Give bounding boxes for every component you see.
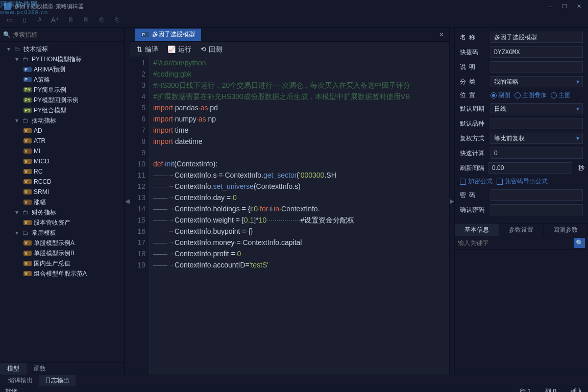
line-gutter: 12345678910111213141516171819: [130, 57, 150, 375]
tree-item[interactable]: VMI: [0, 146, 124, 156]
export-checkbox[interactable]: 凭密码导出公式: [497, 177, 548, 186]
tree-item[interactable]: PYPY组合模型: [0, 105, 124, 115]
tab-function[interactable]: 函数: [27, 363, 53, 375]
refresh-unit: 秒: [578, 164, 584, 173]
log-output-tab[interactable]: 日志输出: [39, 375, 76, 386]
tree-item[interactable]: VAD: [0, 126, 124, 136]
collapse-right-icon[interactable]: ▶: [449, 28, 454, 375]
keyword-search-icon[interactable]: 🔍: [574, 238, 585, 248]
tree-item[interactable]: V股本营收资产: [0, 217, 124, 228]
tree-item[interactable]: V单股模型示例A: [0, 238, 124, 248]
tree-item[interactable]: PYPY模型回测示例: [0, 95, 124, 105]
tree-item[interactable]: PYPY简单示例: [0, 85, 124, 95]
tree-group-python[interactable]: ▾🗀PYTHON模型指标: [0, 54, 124, 64]
tree-group-templates[interactable]: ▾🗀常用模板: [0, 228, 124, 238]
compile-icon: ⇅: [137, 45, 142, 53]
toolbar-icon-6[interactable]: ⎘: [82, 16, 90, 24]
tree-item[interactable]: PA策略: [0, 75, 124, 85]
tree-item[interactable]: V国内生产总值: [0, 258, 124, 268]
tree-group-finance[interactable]: ▾🗀财务指标: [0, 207, 124, 217]
toolbar-icon-7[interactable]: ⎗: [97, 16, 105, 24]
radio-subplot[interactable]: 副图: [491, 91, 510, 100]
position-label: 位置: [460, 91, 486, 100]
status-line: 行 1: [520, 387, 531, 392]
tab-backtest-params[interactable]: 回测参数: [544, 224, 588, 236]
maximize-button[interactable]: ☐: [559, 2, 570, 10]
quick-input[interactable]: [491, 148, 583, 159]
quick-label: 快速计算: [460, 149, 486, 158]
app-icon: [4, 3, 11, 10]
name-label: 名称: [460, 33, 486, 42]
pwd-input[interactable]: [491, 189, 583, 201]
tree-item[interactable]: VRCCD: [0, 177, 124, 187]
status-ready: 就绪: [5, 387, 17, 392]
tab-params[interactable]: 参数设置: [499, 224, 544, 236]
tab-basic[interactable]: 基本信息: [455, 224, 499, 236]
radio-main[interactable]: 主图: [551, 91, 571, 100]
search-input[interactable]: [13, 31, 121, 38]
variety-input[interactable]: [491, 118, 583, 129]
tree-item[interactable]: PARIMA预测: [0, 64, 124, 75]
right-panel-content: [455, 250, 588, 375]
refresh-input[interactable]: [488, 162, 572, 174]
tab-model[interactable]: 模型: [0, 363, 27, 375]
file-type-icon: P: [141, 32, 149, 37]
period-select[interactable]: 日线▾: [491, 103, 583, 114]
compile-output-tab[interactable]: 编译输出: [2, 375, 39, 386]
status-col: 列 0: [545, 387, 556, 392]
restore-label: 复权方式: [460, 134, 486, 143]
tree-item[interactable]: V单股模型示例B: [0, 248, 124, 258]
compile-button[interactable]: ⇅编译: [137, 45, 158, 54]
encrypt-checkbox[interactable]: 加密公式: [460, 177, 493, 186]
keyword-input[interactable]: [458, 239, 574, 247]
close-tab-icon[interactable]: ✕: [434, 31, 449, 38]
backtest-icon: ⟲: [201, 45, 206, 53]
window-title: 多因子选股模型-策略编辑器: [14, 3, 84, 10]
shortcut-input[interactable]: [491, 46, 583, 58]
tree-item[interactable]: VMICD: [0, 156, 124, 166]
tree-item[interactable]: VSRMI: [0, 187, 124, 197]
tree-item[interactable]: V组合模型单股示范A: [0, 268, 124, 279]
tree-root[interactable]: ▾🗀技术指标: [0, 44, 124, 54]
refresh-label: 刷新间隔: [460, 164, 484, 173]
shortcut-label: 快捷码: [460, 48, 486, 57]
minimize-button[interactable]: —: [545, 2, 555, 10]
toolbar-icon-5[interactable]: ⎘: [66, 16, 75, 24]
run-icon: 📈: [167, 45, 176, 53]
radio-overlay[interactable]: 主图叠加: [514, 91, 547, 100]
desc-label: 说明: [460, 63, 486, 71]
search-icon: 🔍: [3, 31, 11, 38]
name-input[interactable]: [491, 32, 583, 43]
editor-tab-label: 多因子选股模型: [152, 30, 195, 39]
category-select[interactable]: 我的策略▾: [491, 76, 583, 87]
tree-group-swing[interactable]: ▾🗀摆动指标: [0, 115, 124, 126]
backtest-button[interactable]: ⟲回测: [201, 45, 222, 54]
period-label: 默认周期: [460, 105, 486, 113]
variety-label: 默认品种: [460, 119, 486, 128]
toolbar-icon-8[interactable]: ⎗: [112, 16, 120, 24]
indicator-tree: ▾🗀技术指标 ▾🗀PYTHON模型指标 PARIMA预测 PA策略 PYPY简单…: [0, 42, 124, 362]
font-smaller-icon[interactable]: A: [36, 16, 44, 24]
toolbar-icon-2[interactable]: ▯: [20, 16, 29, 24]
tree-item[interactable]: V涨幅: [0, 197, 124, 207]
status-mode: 插入: [571, 387, 583, 392]
pwd-label: 密码: [460, 191, 486, 200]
pwd2-label: 确认密码: [460, 206, 486, 214]
close-button[interactable]: ✕: [574, 2, 584, 10]
tree-item[interactable]: VATR: [0, 136, 124, 146]
run-button[interactable]: 📈运行: [167, 45, 191, 54]
category-label: 分类: [460, 78, 486, 86]
restore-select[interactable]: 等比前复权▾: [491, 133, 583, 144]
code-editor[interactable]: #!/usr/bin/python#coding:gbk#HS300日线下运行，…: [150, 57, 449, 375]
toolbar-icon-1[interactable]: ▭: [5, 16, 13, 24]
collapse-left-icon[interactable]: ◀: [125, 28, 130, 375]
pwd2-input[interactable]: [491, 204, 583, 215]
desc-input[interactable]: [491, 61, 583, 72]
font-larger-icon[interactable]: A⁺: [51, 16, 59, 24]
tree-item[interactable]: VRC: [0, 166, 124, 177]
editor-tab-active[interactable]: P 多因子选股模型: [135, 29, 201, 41]
